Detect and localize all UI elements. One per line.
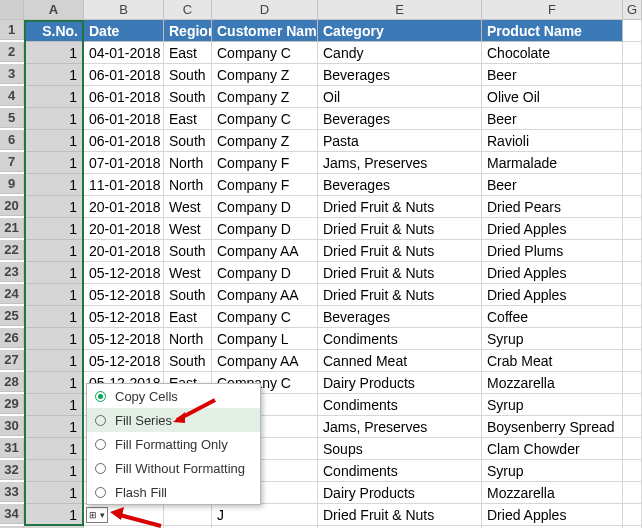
cell-customer[interactable]: Company F bbox=[212, 174, 318, 196]
cell-region[interactable]: South bbox=[164, 130, 212, 152]
cell[interactable] bbox=[623, 482, 642, 504]
cell[interactable] bbox=[623, 438, 642, 460]
cell-product[interactable]: Beer bbox=[482, 64, 623, 86]
header-customer[interactable]: Customer Name bbox=[212, 20, 318, 42]
cell-product[interactable]: Beer bbox=[482, 108, 623, 130]
cell-category[interactable]: Condiments bbox=[318, 394, 482, 416]
cell-category[interactable]: Condiments bbox=[318, 460, 482, 482]
cell-region[interactable]: South bbox=[164, 86, 212, 108]
cell-sno[interactable]: 1 bbox=[24, 328, 84, 350]
cell-customer[interactable]: Company AA bbox=[212, 284, 318, 306]
cell-product[interactable]: Syrup bbox=[482, 328, 623, 350]
cell-sno[interactable]: 1 bbox=[24, 240, 84, 262]
row-header[interactable]: 23 bbox=[0, 262, 24, 282]
cell-sno[interactable]: 1 bbox=[24, 64, 84, 86]
cell[interactable] bbox=[623, 20, 642, 42]
cell-category[interactable]: Beverages bbox=[318, 174, 482, 196]
cell-region[interactable]: North bbox=[164, 152, 212, 174]
cell-region[interactable] bbox=[164, 504, 212, 526]
header-region[interactable]: Region bbox=[164, 20, 212, 42]
cell-sno[interactable]: 1 bbox=[24, 460, 84, 482]
cell-date[interactable]: 07-01-2018 bbox=[84, 152, 164, 174]
row-header[interactable]: 32 bbox=[0, 460, 24, 480]
cell-product[interactable]: Dried Apples bbox=[482, 284, 623, 306]
cell-region[interactable]: South bbox=[164, 64, 212, 86]
cell-sno[interactable]: 1 bbox=[24, 416, 84, 438]
cell-customer[interactable]: Company C bbox=[212, 306, 318, 328]
cell[interactable] bbox=[623, 372, 642, 394]
cell[interactable] bbox=[623, 174, 642, 196]
cell[interactable] bbox=[623, 394, 642, 416]
cell-category[interactable]: Dairy Products bbox=[318, 372, 482, 394]
cell-region[interactable]: North bbox=[164, 174, 212, 196]
row-header[interactable]: 26 bbox=[0, 328, 24, 348]
cell-category[interactable]: Soups bbox=[318, 438, 482, 460]
header-sno[interactable]: S.No. bbox=[24, 20, 84, 42]
cell-product[interactable]: Ravioli bbox=[482, 130, 623, 152]
cell-product[interactable]: Mozzarella bbox=[482, 372, 623, 394]
row-header[interactable]: 33 bbox=[0, 482, 24, 502]
cell[interactable] bbox=[623, 306, 642, 328]
menu-fill-without-formatting[interactable]: Fill Without Formatting bbox=[87, 456, 260, 480]
cell[interactable] bbox=[623, 152, 642, 174]
cell[interactable] bbox=[623, 284, 642, 306]
cell-date[interactable]: 04-01-2018 bbox=[84, 42, 164, 64]
row-header[interactable]: 1 bbox=[0, 20, 24, 40]
cell-customer[interactable]: Company D bbox=[212, 262, 318, 284]
cell-date[interactable]: 20-01-2018 bbox=[84, 196, 164, 218]
cell-date[interactable]: 20-01-2018 bbox=[84, 218, 164, 240]
corner-cell[interactable] bbox=[0, 0, 24, 20]
row-header[interactable]: 30 bbox=[0, 416, 24, 436]
column-header[interactable]: E bbox=[318, 0, 482, 20]
cell-sno[interactable]: 1 bbox=[24, 438, 84, 460]
row-header[interactable]: 28 bbox=[0, 372, 24, 392]
row-header[interactable]: 27 bbox=[0, 350, 24, 370]
cell-customer[interactable]: Company Z bbox=[212, 64, 318, 86]
cell-product[interactable]: Syrup bbox=[482, 394, 623, 416]
menu-copy-cells[interactable]: Copy Cells bbox=[87, 384, 260, 408]
cell-region[interactable]: South bbox=[164, 240, 212, 262]
cell-sno[interactable]: 1 bbox=[24, 108, 84, 130]
row-header[interactable]: 29 bbox=[0, 394, 24, 414]
cell-category[interactable]: Condiments bbox=[318, 328, 482, 350]
row-header[interactable]: 3 bbox=[0, 64, 24, 84]
row-header[interactable]: 21 bbox=[0, 218, 24, 238]
menu-flash-fill[interactable]: Flash Fill bbox=[87, 480, 260, 504]
cell-product[interactable]: Crab Meat bbox=[482, 350, 623, 372]
cell[interactable] bbox=[623, 64, 642, 86]
cell-category[interactable]: Dried Fruit & Nuts bbox=[318, 262, 482, 284]
cell-sno[interactable]: 1 bbox=[24, 482, 84, 504]
row-header[interactable]: 20 bbox=[0, 196, 24, 216]
cell-product[interactable]: Dried Apples bbox=[482, 504, 623, 526]
cell-category[interactable]: Candy bbox=[318, 42, 482, 64]
cell[interactable] bbox=[623, 130, 642, 152]
cell-category[interactable]: Canned Meat bbox=[318, 350, 482, 372]
row-header[interactable]: 34 bbox=[0, 504, 24, 524]
cell-customer[interactable]: Company Z bbox=[212, 86, 318, 108]
cell-sno[interactable]: 1 bbox=[24, 152, 84, 174]
cell-category[interactable]: Jams, Preserves bbox=[318, 416, 482, 438]
autofill-options-button[interactable]: ⊞ ▾ bbox=[86, 507, 108, 523]
cell-date[interactable]: 05-12-2018 bbox=[84, 328, 164, 350]
cell-date[interactable]: 05-12-2018 bbox=[84, 284, 164, 306]
cell-region[interactable]: East bbox=[164, 306, 212, 328]
row-header[interactable]: 31 bbox=[0, 438, 24, 458]
cell-product[interactable]: Mozzarella bbox=[482, 482, 623, 504]
cell-sno[interactable]: 1 bbox=[24, 174, 84, 196]
cell-product[interactable]: Beer bbox=[482, 174, 623, 196]
cell-product[interactable]: Boysenberry Spread bbox=[482, 416, 623, 438]
cell-region[interactable]: East bbox=[164, 108, 212, 130]
cell-customer[interactable]: Company Z bbox=[212, 130, 318, 152]
cell-product[interactable]: Dried Apples bbox=[482, 262, 623, 284]
cell-product[interactable]: Dried Apples bbox=[482, 218, 623, 240]
cell-category[interactable]: Dried Fruit & Nuts bbox=[318, 218, 482, 240]
cell-region[interactable]: West bbox=[164, 218, 212, 240]
cell-category[interactable]: Dried Fruit & Nuts bbox=[318, 240, 482, 262]
cell-product[interactable]: Olive Oil bbox=[482, 86, 623, 108]
cell-sno[interactable]: 1 bbox=[24, 262, 84, 284]
cell-category[interactable]: Beverages bbox=[318, 64, 482, 86]
cell[interactable] bbox=[623, 328, 642, 350]
cell-date[interactable]: 06-01-2018 bbox=[84, 86, 164, 108]
row-header[interactable]: 22 bbox=[0, 240, 24, 260]
cell-product[interactable]: Clam Chowder bbox=[482, 438, 623, 460]
